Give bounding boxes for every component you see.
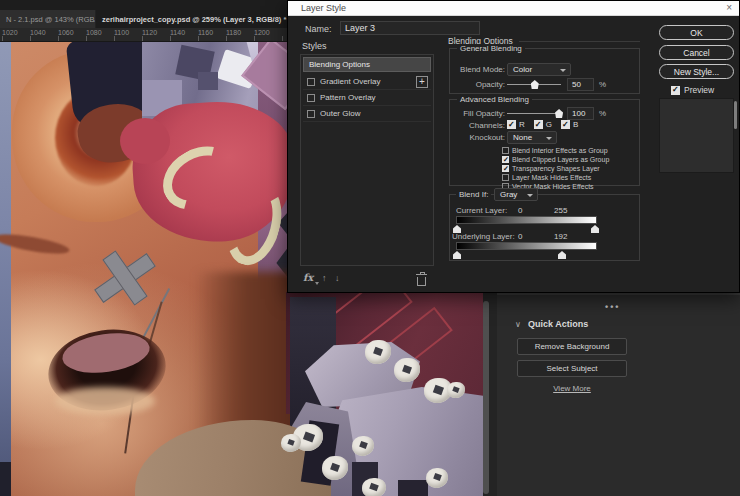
panel-divider — [497, 293, 740, 295]
general-blending-legend: General Blending — [457, 44, 525, 53]
add-effect-button[interactable]: + — [416, 76, 428, 88]
channel-r-checkbox[interactable] — [507, 120, 516, 129]
style-checkbox[interactable] — [307, 110, 315, 118]
dialog-scrollbar[interactable] — [734, 101, 737, 129]
current-layer-gradient-bar[interactable] — [456, 216, 597, 224]
preview-swatch — [659, 98, 734, 173]
ruler-label: 1120 — [142, 29, 157, 36]
preview-toggle[interactable]: Preview — [671, 85, 714, 95]
fill-opacity-value[interactable]: 100 — [567, 107, 594, 120]
layer-name-input[interactable] — [340, 21, 480, 35]
channel-r[interactable]: R — [507, 120, 525, 129]
channel-g[interactable]: G — [534, 120, 552, 129]
ruler-label: 1160 — [198, 29, 213, 36]
ok-button[interactable]: OK — [659, 25, 734, 40]
opacity-label: Opacity: — [452, 80, 505, 89]
ruler-label: 1080 — [86, 29, 102, 36]
channels-label: Channels: — [452, 121, 505, 130]
styles-header: Styles — [302, 41, 327, 51]
channel-g-checkbox[interactable] — [534, 120, 543, 129]
paint-eye-highlight — [55, 387, 155, 415]
fill-opacity-unit: % — [599, 109, 606, 118]
close-icon[interactable]: × — [726, 2, 732, 13]
knockout-label: Knockout: — [452, 133, 505, 142]
option-checkbox[interactable] — [502, 147, 509, 154]
preview-label: Preview — [684, 85, 714, 95]
new-style-button[interactable]: New Style... — [659, 64, 734, 79]
current-layer-min: 0 — [518, 206, 522, 215]
dialog-titlebar[interactable]: Layer Style × — [288, 1, 739, 16]
style-item-outer-glow[interactable]: Outer Glow — [303, 106, 431, 122]
chevron-down-icon[interactable]: ∨ — [515, 320, 521, 329]
general-blending-group: General Blending Blend Mode: Color Opaci… — [449, 48, 640, 94]
underlying-layer-slider-left[interactable] — [453, 251, 461, 259]
blend-mode-select[interactable]: Color — [507, 63, 571, 76]
ruler-label: 1100 — [114, 29, 129, 36]
style-item-pattern-overlay[interactable]: Pattern Overlay — [303, 90, 431, 106]
blend-if-group: Blend If: Gray Current Layer: 0 255 Unde… — [449, 194, 640, 261]
option-checkbox[interactable] — [502, 156, 509, 163]
option-transparency-shapes[interactable]: Transparency Shapes Layer — [502, 164, 600, 173]
opacity-slider-thumb[interactable] — [531, 80, 539, 89]
document-tab-inactive[interactable]: N - 2.1.psd @ 143% (RGB/8) × — [0, 10, 96, 28]
channel-b-checkbox[interactable] — [561, 120, 570, 129]
ruler-label: 1020 — [2, 29, 18, 36]
underlying-layer-slider-right[interactable] — [558, 251, 566, 259]
canvas-vertical-scrollbar[interactable] — [483, 301, 489, 494]
opacity-slider[interactable] — [507, 78, 561, 90]
ruler-label: 1200 — [254, 29, 270, 36]
style-item-label: Gradient Overlay — [320, 77, 380, 86]
view-more-link[interactable]: View More — [517, 384, 627, 393]
styles-list: Blending Options Gradient Overlay + Patt… — [300, 54, 434, 266]
blend-if-select[interactable]: Gray — [494, 188, 538, 201]
document-tab-active[interactable]: zerihairproject_copy.psd @ 259% (Layer 3… — [96, 10, 294, 28]
underlying-layer-max: 192 — [554, 232, 567, 241]
option-blend-interior[interactable]: Blend Interior Effects as Group — [502, 146, 608, 155]
current-layer-label: Current Layer: — [456, 206, 507, 215]
channel-r-label: R — [519, 120, 525, 129]
advanced-blending-group: Advanced Blending Fill Opacity: 100 % Ch… — [449, 99, 640, 186]
ruler-label: 1060 — [58, 29, 74, 36]
paint-background-strip-dark — [0, 462, 11, 496]
name-label: Name: — [305, 24, 332, 34]
select-subject-button[interactable]: Select Subject — [517, 360, 627, 377]
style-item-blending-options[interactable]: Blending Options — [303, 57, 431, 72]
preview-checkbox[interactable] — [671, 86, 680, 95]
option-layer-mask-hides[interactable]: Layer Mask Hides Effects — [502, 173, 591, 182]
channel-b[interactable]: B — [561, 120, 578, 129]
style-checkbox[interactable] — [307, 94, 315, 102]
properties-panel: ••• ∨ Quick Actions Remove Background Se… — [497, 292, 740, 496]
underlying-layer-label: Underlying Layer: — [452, 232, 515, 241]
blend-if-label: Blend If: — [456, 190, 491, 199]
tab-label: zerihairproject_copy.psd @ 259% (Layer 3… — [102, 15, 286, 24]
current-layer-slider-right[interactable] — [591, 225, 599, 233]
style-checkbox[interactable] — [307, 78, 315, 86]
ruler-label: 1180 — [226, 29, 241, 36]
blend-mode-label: Blend Mode: — [452, 65, 505, 74]
tab-label: N - 2.1.psd @ 143% (RGB/8) — [6, 15, 96, 24]
underlying-layer-gradient-bar[interactable] — [456, 242, 597, 250]
option-checkbox[interactable] — [502, 165, 509, 172]
fill-opacity-slider-thumb[interactable] — [555, 109, 563, 118]
quick-actions-header[interactable]: Quick Actions — [528, 319, 588, 329]
underlying-layer-min: 0 — [518, 232, 522, 241]
fill-opacity-slider[interactable] — [507, 107, 561, 119]
style-item-gradient-overlay[interactable]: Gradient Overlay + — [303, 74, 431, 90]
style-item-label: Outer Glow — [320, 109, 360, 118]
move-effect-up-icon[interactable]: ↑ — [322, 273, 327, 283]
delete-effect-icon[interactable] — [417, 277, 426, 286]
panel-menu-icon[interactable]: ••• — [605, 302, 620, 312]
fx-caret-icon — [315, 282, 319, 285]
move-effect-down-icon[interactable]: ↓ — [335, 273, 340, 283]
option-checkbox[interactable] — [502, 174, 509, 181]
advanced-blending-legend: Advanced Blending — [457, 95, 532, 104]
paint-dark-piece — [398, 480, 428, 496]
fx-icon[interactable]: fx — [303, 272, 313, 283]
knockout-select[interactable]: None — [507, 131, 557, 144]
option-blend-clipped[interactable]: Blend Clipped Layers as Group — [502, 155, 609, 164]
ruler-label: 1140 — [170, 29, 185, 36]
cancel-button[interactable]: Cancel — [659, 45, 734, 60]
opacity-value[interactable]: 50 — [567, 78, 594, 91]
photoshop-window: N - 2.1.psd @ 143% (RGB/8) × zerihairpro… — [0, 0, 740, 496]
remove-background-button[interactable]: Remove Background — [517, 338, 627, 355]
